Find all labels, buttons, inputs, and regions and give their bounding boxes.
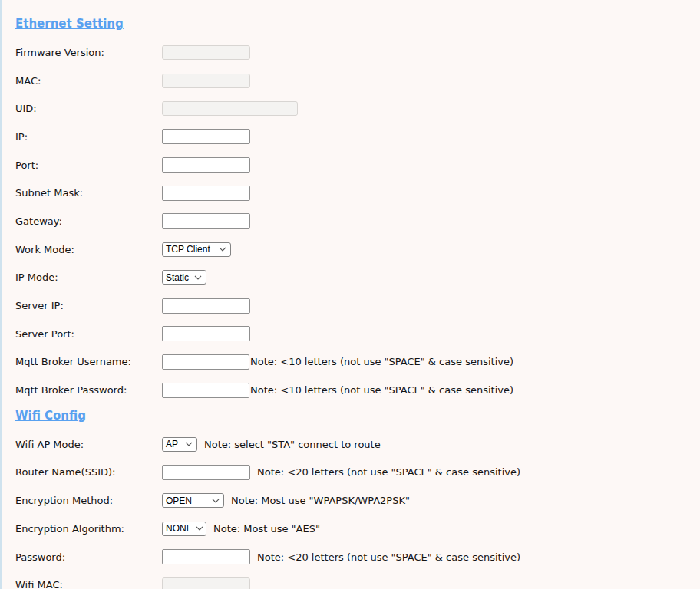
mqtt-broker-username-label: Mqtt Broker Username: [15, 356, 162, 367]
firmware-version-input [162, 45, 250, 60]
server-port-input[interactable] [162, 326, 250, 341]
mqtt-broker-password-note: Note: <10 letters (not use "SPACE" & cas… [250, 384, 513, 396]
password-label: Password: [15, 551, 162, 563]
subnet-mask-label: Subnet Mask: [15, 187, 162, 199]
mac-input [162, 74, 250, 88]
encryption-algorithm-label: Encryption Algorithm: [15, 523, 162, 535]
mqtt-broker-password-input[interactable] [162, 383, 249, 398]
encryption-algorithm-note: Note: Most use "AES" [213, 523, 320, 535]
form-row-server-port: Server Port: [15, 320, 700, 348]
chevron-down-icon [185, 442, 193, 446]
section-title-ethernet-setting[interactable]: Ethernet Setting [15, 15, 124, 32]
chevron-down-icon [196, 526, 203, 531]
form-row-mqtt-broker-password: Mqtt Broker Password:Note: <10 letters (… [15, 376, 700, 404]
ip-input[interactable] [162, 129, 250, 144]
wifi-mac-label: Wifi MAC: [15, 579, 162, 589]
form-row-gateway: Gateway: [15, 207, 700, 235]
wifi-ap-mode-select[interactable]: AP [162, 437, 197, 452]
form-row-encryption-method: Encryption Method:OPENNote: Most use "WP… [15, 486, 700, 515]
wifi-mac-input [162, 577, 250, 589]
router-name-ssid-note: Note: <20 letters (not use "SPACE" & cas… [257, 466, 520, 478]
left-stripe [0, 0, 2, 589]
uid-input [162, 101, 298, 116]
form-row-server-ip: Server IP: [15, 291, 700, 320]
selected-option: Static [166, 272, 189, 283]
chevron-down-icon [194, 275, 202, 280]
server-ip-label: Server IP: [15, 300, 162, 311]
form-row-mac: MAC: [15, 67, 700, 95]
form-row-encryption-algorithm: Encryption Algorithm:NONENote: Most use … [15, 515, 700, 543]
mqtt-broker-password-label: Mqtt Broker Password: [15, 384, 162, 396]
mqtt-broker-username-input[interactable] [162, 354, 249, 370]
form-row-mqtt-broker-username: Mqtt Broker Username:Note: <10 letters (… [15, 348, 700, 377]
router-name-ssid-input[interactable] [162, 465, 250, 480]
encryption-method-label: Encryption Method: [15, 495, 162, 506]
form-row-ip: IP: [15, 123, 700, 151]
port-input[interactable] [162, 157, 250, 173]
encryption-algorithm-select[interactable]: NONE [162, 522, 206, 536]
password-note: Note: <20 letters (not use "SPACE" & cas… [257, 551, 520, 563]
router-name-ssid-label: Router Name(SSID): [15, 466, 162, 478]
encryption-method-select[interactable]: OPEN [162, 493, 224, 508]
form-row-work-mode: Work Mode:TCP Client [15, 235, 700, 264]
uid-label: UID: [15, 103, 162, 114]
form-row-wifi-mac: Wifi MAC: [15, 571, 700, 589]
work-mode-select[interactable]: TCP Client [162, 242, 231, 257]
encryption-method-note: Note: Most use "WPAPSK/WPA2PSK" [231, 495, 410, 506]
subnet-mask-input[interactable] [162, 186, 250, 201]
selected-option: OPEN [166, 495, 192, 506]
mac-label: MAC: [15, 75, 162, 87]
form-row-subnet-mask: Subnet Mask: [15, 179, 700, 207]
form-row-password: Password:Note: <20 letters (not use "SPA… [15, 543, 700, 571]
mqtt-broker-username-note: Note: <10 letters (not use "SPACE" & cas… [250, 356, 513, 367]
selected-option: NONE [166, 523, 193, 534]
device-config-page: Ethernet SettingFirmware Version:MAC:UID… [0, 0, 700, 589]
form-row-port: Port: [15, 151, 700, 179]
server-ip-input[interactable] [162, 298, 250, 314]
form-row-wifi-ap-mode: Wifi AP Mode:APNote: select "STA" connec… [15, 430, 700, 459]
selected-option: AP [166, 439, 178, 449]
port-label: Port: [15, 160, 162, 171]
selected-option: TCP Client [166, 244, 210, 255]
wifi-ap-mode-label: Wifi AP Mode: [15, 439, 162, 450]
form-row-ip-mode: IP Mode:Static [15, 264, 700, 292]
form-row-uid: UID: [15, 94, 700, 123]
chevron-down-icon [219, 247, 226, 252]
work-mode-label: Work Mode: [15, 244, 162, 255]
wifi-ap-mode-note: Note: select "STA" connect to route [204, 439, 381, 450]
firmware-version-label: Firmware Version: [15, 47, 162, 58]
ip-mode-select[interactable]: Static [162, 270, 206, 285]
section-title-wifi-config[interactable]: Wifi Config [15, 407, 86, 424]
chevron-down-icon [212, 499, 220, 503]
form-row-router-name-ssid: Router Name(SSID):Note: <20 letters (not… [15, 459, 700, 487]
ip-mode-label: IP Mode: [15, 271, 162, 283]
gateway-input[interactable] [162, 213, 250, 229]
server-port-label: Server Port: [15, 328, 162, 340]
ip-label: IP: [15, 131, 162, 143]
form-row-firmware-version: Firmware Version: [15, 38, 700, 67]
password-input[interactable] [162, 549, 250, 564]
gateway-label: Gateway: [15, 216, 162, 227]
